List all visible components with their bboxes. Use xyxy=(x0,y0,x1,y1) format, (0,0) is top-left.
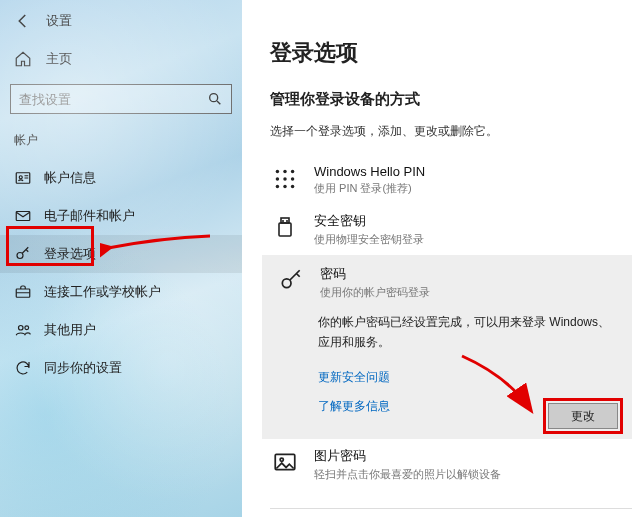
option-sub: 使用 PIN 登录(推荐) xyxy=(314,181,640,196)
svg-point-12 xyxy=(283,177,286,180)
briefcase-icon xyxy=(14,283,32,301)
sidebar-item-other-users[interactable]: 其他用户 xyxy=(0,311,242,349)
option-title: 图片密码 xyxy=(314,447,640,465)
sync-icon xyxy=(14,359,32,377)
picture-icon xyxy=(270,447,300,477)
option-security-key[interactable]: 安全密钥 使用物理安全密钥登录 xyxy=(270,204,640,255)
svg-rect-18 xyxy=(279,223,291,236)
svg-point-9 xyxy=(283,170,286,173)
svg-rect-3 xyxy=(16,212,30,221)
person-card-icon xyxy=(14,169,32,187)
settings-title: 设置 xyxy=(46,12,72,30)
sidebar-item-label: 帐户信息 xyxy=(44,169,96,187)
option-title: 安全密钥 xyxy=(314,212,640,230)
option-pin[interactable]: Windows Hello PIN 使用 PIN 登录(推荐) xyxy=(270,156,640,204)
search-box[interactable] xyxy=(10,84,232,114)
svg-point-6 xyxy=(19,326,24,331)
option-title: 密码 xyxy=(320,265,620,283)
section-accounts-label: 帐户 xyxy=(0,122,242,155)
sidebar-item-account-info[interactable]: 帐户信息 xyxy=(0,159,242,197)
settings-topbar: 设置 xyxy=(0,8,242,40)
sidebar-nav: 帐户信息 电子邮件和帐户 登录选项 连接工作或学校帐户 xyxy=(0,155,242,387)
key-icon xyxy=(14,245,32,263)
sidebar-item-email-accounts[interactable]: 电子邮件和帐户 xyxy=(0,197,242,235)
svg-point-7 xyxy=(25,326,29,330)
option-sub: 使用物理安全密钥登录 xyxy=(314,232,640,247)
svg-point-21 xyxy=(280,458,283,461)
svg-point-11 xyxy=(276,177,279,180)
svg-point-14 xyxy=(276,185,279,188)
option-password-panel: 密码 使用你的帐户密码登录 你的帐户密码已经设置完成，可以用来登录 Window… xyxy=(262,255,632,439)
divider xyxy=(270,508,632,509)
home-icon xyxy=(14,50,32,68)
password-description: 你的帐户密码已经设置完成，可以用来登录 Windows、应用和服务。 xyxy=(276,310,620,367)
search-icon[interactable] xyxy=(207,91,223,107)
main-content: 登录选项 管理你登录设备的方式 选择一个登录选项，添加、更改或删除它。 Wind… xyxy=(242,0,640,517)
home-label: 主页 xyxy=(46,50,72,68)
sidebar-item-label: 同步你的设置 xyxy=(44,359,122,377)
link-update-security-questions[interactable]: 更新安全问题 xyxy=(276,367,620,396)
page-title: 登录选项 xyxy=(270,38,640,68)
home-nav[interactable]: 主页 xyxy=(0,40,242,84)
option-sub: 使用你的帐户密码登录 xyxy=(320,285,620,300)
back-icon[interactable] xyxy=(14,12,32,30)
svg-point-13 xyxy=(291,177,294,180)
svg-point-0 xyxy=(210,94,218,102)
option-password[interactable]: 密码 使用你的帐户密码登录 xyxy=(276,265,620,310)
sidebar-item-label: 登录选项 xyxy=(44,245,96,263)
option-picture-password[interactable]: 图片密码 轻扫并点击你最喜爱的照片以解锁设备 xyxy=(270,439,640,490)
key-icon xyxy=(276,265,306,295)
svg-point-4 xyxy=(17,253,23,259)
change-button[interactable]: 更改 xyxy=(548,403,618,429)
usb-key-icon xyxy=(270,212,300,242)
helper-text: 选择一个登录选项，添加、更改或删除它。 xyxy=(270,123,640,140)
option-sub: 轻扫并点击你最喜爱的照片以解锁设备 xyxy=(314,467,640,482)
sidebar-item-work-school[interactable]: 连接工作或学校帐户 xyxy=(0,273,242,311)
sidebar-item-signin-options[interactable]: 登录选项 xyxy=(0,235,242,273)
manage-heading: 管理你登录设备的方式 xyxy=(270,90,640,109)
svg-point-15 xyxy=(283,185,286,188)
svg-point-8 xyxy=(276,170,279,173)
settings-sidebar: 设置 主页 帐户 帐户信息 xyxy=(0,0,242,517)
svg-point-10 xyxy=(291,170,294,173)
svg-point-16 xyxy=(291,185,294,188)
svg-point-2 xyxy=(19,176,22,179)
sidebar-item-sync[interactable]: 同步你的设置 xyxy=(0,349,242,387)
pin-keypad-icon xyxy=(270,164,300,194)
mail-icon xyxy=(14,207,32,225)
option-title: Windows Hello PIN xyxy=(314,164,640,179)
sidebar-item-label: 电子邮件和帐户 xyxy=(44,207,135,225)
sidebar-item-label: 连接工作或学校帐户 xyxy=(44,283,161,301)
search-input[interactable] xyxy=(19,92,207,107)
people-icon xyxy=(14,321,32,339)
sidebar-item-label: 其他用户 xyxy=(44,321,96,339)
svg-point-19 xyxy=(282,279,291,288)
